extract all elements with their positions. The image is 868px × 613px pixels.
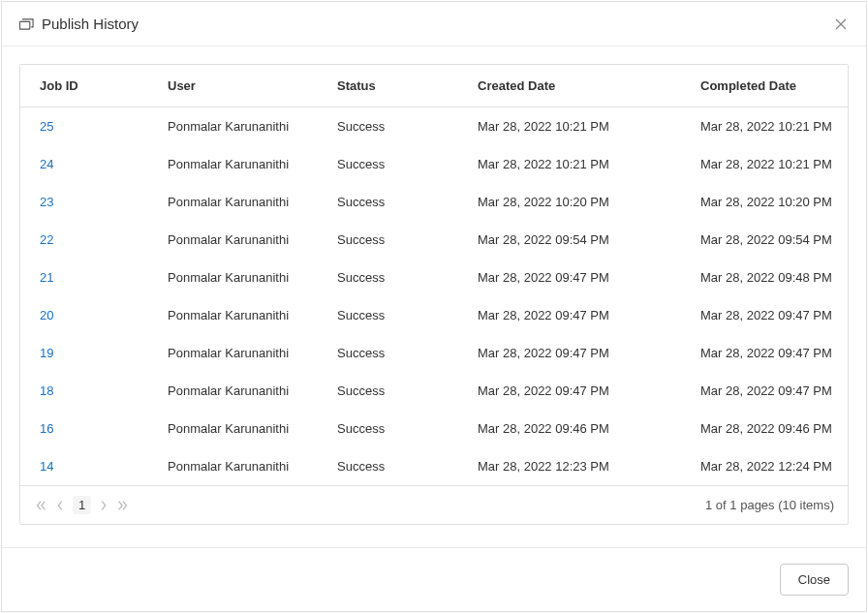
cell-created: Mar 28, 2022 09:47 PM [478, 308, 700, 322]
table-body: 25Ponmalar KarunanithiSuccessMar 28, 202… [20, 107, 848, 485]
col-header-completed[interactable]: Completed Date [700, 78, 836, 93]
job-id-link[interactable]: 21 [40, 270, 53, 285]
cell-status: Success [337, 195, 478, 209]
pager-current-page[interactable]: 1 [73, 496, 91, 514]
job-id-link[interactable]: 20 [40, 308, 53, 322]
dialog-header: Publish History [2, 2, 866, 46]
cell-user: Ponmalar Karunanithi [168, 308, 337, 322]
pager-prev-icon[interactable] [53, 499, 67, 512]
cell-completed: Mar 28, 2022 09:47 PM [700, 346, 836, 360]
table-row: 24Ponmalar KarunanithiSuccessMar 28, 202… [20, 145, 848, 183]
svg-rect-0 [19, 21, 29, 29]
job-id-link[interactable]: 19 [40, 346, 53, 360]
cell-created: Mar 28, 2022 10:20 PM [478, 195, 700, 209]
window-stack-icon [19, 18, 34, 30]
cell-completed: Mar 28, 2022 12:24 PM [700, 459, 836, 474]
cell-created: Mar 28, 2022 10:21 PM [478, 119, 700, 134]
table-row: 23Ponmalar KarunanithiSuccessMar 28, 202… [20, 183, 848, 221]
cell-status: Success [337, 232, 478, 247]
cell-user: Ponmalar Karunanithi [168, 232, 337, 247]
dialog-title: Publish History [42, 15, 139, 32]
pager-first-icon[interactable] [34, 499, 47, 512]
cell-completed: Mar 28, 2022 09:48 PM [700, 270, 836, 285]
cell-user: Ponmalar Karunanithi [168, 157, 337, 171]
pager-summary: 1 of 1 pages (10 items) [705, 498, 834, 512]
table-row: 19Ponmalar KarunanithiSuccessMar 28, 202… [20, 334, 848, 372]
cell-created: Mar 28, 2022 09:54 PM [478, 232, 700, 247]
cell-user: Ponmalar Karunanithi [168, 195, 337, 209]
col-header-created[interactable]: Created Date [478, 78, 700, 93]
pager-last-icon[interactable] [116, 499, 130, 512]
table-row: 16Ponmalar KarunanithiSuccessMar 28, 202… [20, 410, 848, 447]
dialog-content: Job ID User Status Created Date Complete… [2, 46, 866, 547]
cell-user: Ponmalar Karunanithi [168, 270, 337, 285]
job-id-link[interactable]: 18 [40, 383, 53, 398]
cell-created: Mar 28, 2022 09:47 PM [478, 346, 700, 360]
cell-status: Success [337, 157, 478, 171]
job-id-link[interactable]: 14 [40, 459, 53, 474]
table-header-row: Job ID User Status Created Date Complete… [20, 65, 848, 107]
close-icon[interactable] [833, 16, 849, 32]
job-id-link[interactable]: 25 [40, 119, 53, 134]
table-row: 14Ponmalar KarunanithiSuccessMar 28, 202… [20, 447, 848, 485]
cell-completed: Mar 28, 2022 10:21 PM [700, 119, 836, 134]
cell-created: Mar 28, 2022 12:23 PM [478, 459, 700, 474]
dialog-footer: Close [2, 547, 866, 611]
cell-completed: Mar 28, 2022 09:46 PM [700, 421, 836, 436]
job-id-link[interactable]: 16 [40, 421, 53, 436]
pager: 1 [34, 496, 130, 514]
cell-status: Success [337, 119, 478, 134]
table-footer: 1 1 of 1 pages (10 items) [20, 485, 848, 524]
cell-completed: Mar 28, 2022 09:47 PM [700, 308, 836, 322]
cell-user: Ponmalar Karunanithi [168, 421, 337, 436]
cell-completed: Mar 28, 2022 09:47 PM [700, 383, 836, 398]
cell-completed: Mar 28, 2022 10:21 PM [700, 157, 836, 171]
job-id-link[interactable]: 22 [40, 232, 53, 247]
cell-user: Ponmalar Karunanithi [168, 346, 337, 360]
col-header-user[interactable]: User [168, 78, 337, 93]
cell-created: Mar 28, 2022 09:47 PM [478, 270, 700, 285]
cell-status: Success [337, 383, 478, 398]
pager-next-icon[interactable] [97, 499, 110, 512]
job-id-link[interactable]: 23 [40, 195, 53, 209]
cell-status: Success [337, 308, 478, 322]
cell-status: Success [337, 270, 478, 285]
cell-status: Success [337, 459, 478, 474]
table-row: 20Ponmalar KarunanithiSuccessMar 28, 202… [20, 296, 848, 334]
cell-created: Mar 28, 2022 09:46 PM [478, 421, 700, 436]
table-row: 22Ponmalar KarunanithiSuccessMar 28, 202… [20, 221, 848, 259]
cell-completed: Mar 28, 2022 10:20 PM [700, 195, 836, 209]
publish-history-table: Job ID User Status Created Date Complete… [19, 64, 849, 525]
table-row: 18Ponmalar KarunanithiSuccessMar 28, 202… [20, 372, 848, 410]
cell-status: Success [337, 346, 478, 360]
cell-user: Ponmalar Karunanithi [168, 383, 337, 398]
cell-created: Mar 28, 2022 09:47 PM [478, 383, 700, 398]
cell-status: Success [337, 421, 478, 436]
table-row: 25Ponmalar KarunanithiSuccessMar 28, 202… [20, 107, 848, 145]
cell-completed: Mar 28, 2022 09:54 PM [700, 232, 836, 247]
publish-history-dialog: Publish History Job ID User Status Creat… [1, 1, 867, 612]
close-button[interactable]: Close [780, 564, 849, 596]
cell-created: Mar 28, 2022 10:21 PM [478, 157, 700, 171]
job-id-link[interactable]: 24 [40, 157, 53, 171]
cell-user: Ponmalar Karunanithi [168, 119, 337, 134]
col-header-status[interactable]: Status [337, 78, 478, 93]
col-header-jobid[interactable]: Job ID [32, 78, 168, 93]
dialog-title-wrap: Publish History [19, 15, 139, 32]
cell-user: Ponmalar Karunanithi [168, 459, 337, 474]
table-row: 21Ponmalar KarunanithiSuccessMar 28, 202… [20, 259, 848, 296]
